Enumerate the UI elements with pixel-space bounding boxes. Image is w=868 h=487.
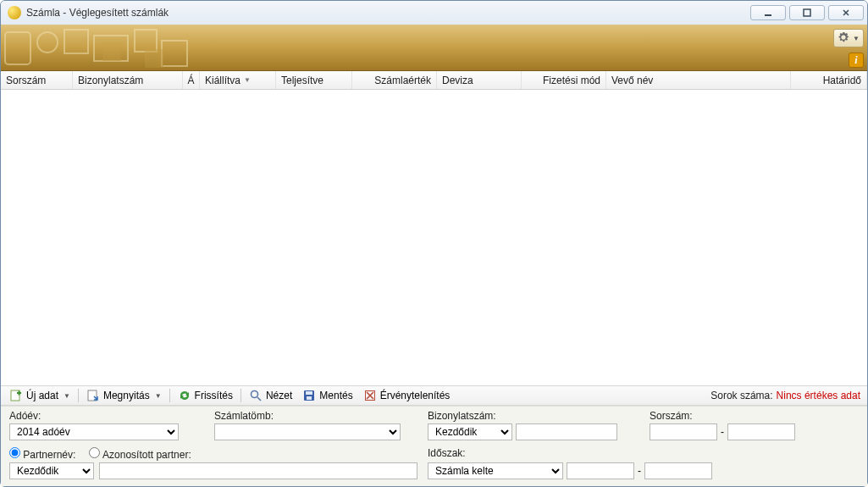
open-button[interactable]: Megnyitás ▼: [81, 386, 167, 405]
open-label: Megnyitás: [103, 390, 150, 401]
col-sorszam[interactable]: Sorszám: [1, 71, 73, 89]
col-teljesitve[interactable]: Teljesítve: [276, 71, 352, 89]
svg-rect-6: [135, 30, 157, 52]
svg-rect-4: [64, 30, 88, 53]
svg-point-12: [251, 391, 257, 398]
svg-rect-8: [102, 42, 121, 61]
save-button[interactable]: Mentés: [297, 386, 357, 405]
app-icon: [8, 6, 21, 19]
idoszak-from-input[interactable]: [567, 462, 634, 479]
minimize-button[interactable]: [750, 5, 786, 20]
idoszak-label: Időszak:: [428, 447, 466, 459]
col-deviza[interactable]: Deviza: [437, 71, 522, 89]
gear-icon: [838, 31, 851, 45]
settings-button[interactable]: ▼: [833, 29, 864, 47]
close-button[interactable]: [828, 5, 864, 20]
bizonylatszam-label: Bizonylatszám:: [428, 410, 639, 422]
new-label: Új adat: [26, 390, 58, 401]
maximize-button[interactable]: [789, 5, 825, 20]
refresh-button[interactable]: Frissítés: [173, 386, 238, 405]
partner-op-select[interactable]: Kezdődik: [9, 462, 94, 479]
azonositott-radio-input[interactable]: [89, 447, 100, 458]
svg-rect-1: [804, 9, 810, 16]
col-kiallitva[interactable]: Kiállítva▼: [200, 71, 276, 89]
invalidate-button[interactable]: Érvénytelenítés: [358, 386, 456, 405]
grid-body[interactable]: [1, 90, 867, 385]
refresh-label: Frissítés: [195, 390, 233, 401]
chevron-down-icon: ▼: [64, 392, 70, 400]
azonositott-partner-radio[interactable]: Azonosított partner:: [89, 447, 191, 461]
invalidate-label: Érvénytelenítés: [380, 390, 451, 401]
save-label: Mentés: [319, 390, 352, 401]
rowcount-label: Sorok száma:: [710, 390, 776, 401]
filter-panel: Adóév: 2014 adóév Számlatömb: Bizonylats…: [1, 406, 867, 486]
svg-rect-0: [765, 14, 771, 16]
biz-op-select[interactable]: Kezdődik: [428, 423, 512, 440]
new-icon: [9, 389, 23, 402]
svg-rect-7: [162, 41, 187, 66]
rowcount-value: Nincs értékes adat: [777, 390, 864, 401]
save-icon: [302, 389, 316, 402]
svg-rect-11: [88, 390, 97, 401]
app-window: Számla - Véglegesített számlák: [0, 0, 868, 487]
invalidate-icon: [363, 389, 377, 402]
adoev-label: Adóév:: [9, 410, 204, 422]
ribbon-header: ▼ i: [1, 25, 867, 71]
sorszam-from-input[interactable]: [650, 423, 717, 440]
grid-header: Sorszám Bizonylatszám Á Kiállítva▼ Telje…: [1, 71, 867, 90]
chevron-down-icon: ▼: [155, 392, 162, 400]
svg-rect-14: [306, 391, 312, 395]
sort-desc-icon: ▼: [244, 76, 251, 84]
partnernev-radio-input[interactable]: [9, 447, 20, 458]
view-button[interactable]: Nézet: [244, 386, 297, 405]
partner-value-input[interactable]: [99, 462, 417, 479]
toolbar: Új adat ▼ Megnyitás ▼ Frissítés Nézet: [1, 385, 867, 406]
open-icon: [86, 389, 100, 402]
sorszam-label: Sorszám:: [650, 410, 859, 422]
svg-rect-2: [5, 32, 30, 64]
col-hatarido[interactable]: Határidő: [791, 71, 867, 89]
range-separator: -: [721, 426, 724, 438]
chevron-down-icon: ▼: [853, 35, 860, 42]
svg-point-3: [37, 32, 58, 53]
idoszak-to-input[interactable]: [644, 462, 712, 479]
sorszam-to-input[interactable]: [727, 423, 795, 440]
range-separator: -: [638, 465, 641, 477]
col-szamlaertek[interactable]: Számlaérték: [352, 71, 437, 89]
separator: [78, 389, 79, 402]
szamlatomb-select[interactable]: [214, 423, 401, 440]
window-buttons: [750, 5, 864, 20]
info-button[interactable]: i: [849, 53, 864, 68]
refresh-icon: [178, 389, 191, 402]
col-vevo-nev[interactable]: Vevő név: [606, 71, 791, 89]
col-bizonylatszam[interactable]: Bizonylatszám: [73, 71, 183, 89]
window-titlebar: Számla - Véglegesített számlák: [1, 1, 867, 25]
idoszak-mode-select[interactable]: Számla kelte: [428, 462, 563, 479]
separator: [240, 389, 241, 402]
col-a[interactable]: Á: [183, 71, 200, 89]
partnernev-radio[interactable]: Partnernév:: [9, 447, 75, 461]
separator: [169, 389, 170, 402]
ribbon-decoration: [1, 25, 221, 71]
col-fizetesi-mod[interactable]: Fizetési mód: [522, 71, 606, 89]
view-label: Nézet: [266, 390, 292, 401]
szamlatomb-label: Számlatömb:: [214, 410, 417, 422]
window-title: Számla - Véglegesített számlák: [26, 7, 750, 19]
new-button[interactable]: Új adat ▼: [4, 386, 75, 405]
svg-rect-9: [145, 49, 163, 68]
svg-rect-15: [307, 396, 312, 400]
biz-value-input[interactable]: [516, 423, 617, 440]
search-icon: [249, 389, 263, 402]
adoev-select[interactable]: 2014 adóév: [9, 423, 179, 440]
